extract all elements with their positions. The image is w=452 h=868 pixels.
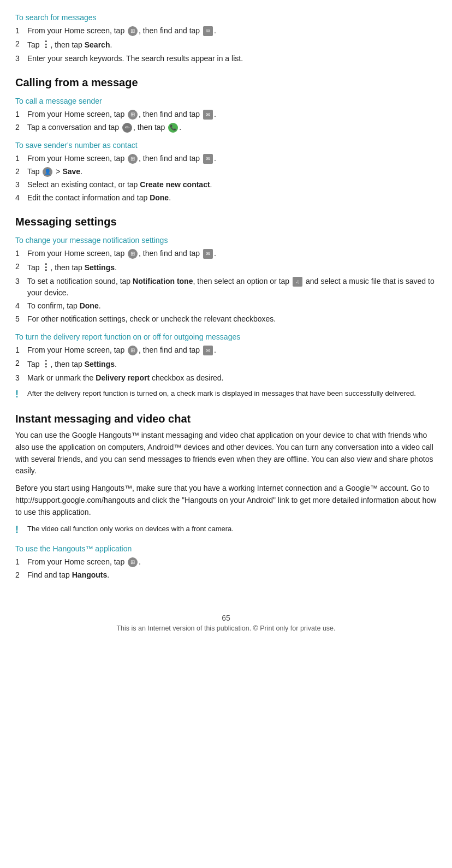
- step-num: 4: [15, 300, 27, 312]
- msg-icon: ✉: [203, 249, 213, 259]
- list-item: 3 To set a notification sound, tap Notif…: [15, 276, 437, 299]
- list-item: 3 Select an existing contact, or tap Cre…: [15, 179, 437, 191]
- grid-icon: ⊞: [128, 26, 138, 36]
- page-number: 65: [15, 614, 437, 622]
- list-item: 5 For other notification settings, check…: [15, 313, 437, 325]
- list-item: 4 Edit the contact information and tap D…: [15, 192, 437, 204]
- music-icon: ♫: [293, 277, 302, 287]
- list-item: 2 Tap ⋮, then tap Settings.: [15, 358, 437, 371]
- msg-icon: ✉: [203, 346, 213, 355]
- step-content: From your Home screen, tap ⊞, then find …: [27, 109, 437, 120]
- notification-settings-heading: To change your message notification sett…: [15, 236, 437, 245]
- step-num: 3: [15, 179, 27, 191]
- step-num: 2: [15, 358, 27, 371]
- hangouts-heading: To use the Hangouts™ application: [15, 544, 437, 553]
- note-icon: !: [15, 524, 23, 536]
- delivery-report-heading: To turn the delivery report function on …: [15, 332, 437, 341]
- step-content: Enter your search keywords. The search r…: [27, 53, 437, 64]
- step-content: Tap ⋮, then tap Search.: [27, 38, 437, 51]
- list-item: 3 Mark or unmark the Delivery report che…: [15, 372, 437, 384]
- save-number-steps: 1 From your Home screen, tap ⊞, then fin…: [15, 153, 437, 204]
- list-item: 2 Tap ⋮, then tap Settings.: [15, 261, 437, 274]
- step-num: 2: [15, 166, 27, 177]
- call-sender-steps: 1 From your Home screen, tap ⊞, then fin…: [15, 109, 437, 133]
- list-item: 1 From your Home screen, tap ⊞, then fin…: [15, 109, 437, 120]
- step-content: Tap ⋮, then tap Settings.: [27, 358, 437, 371]
- step-content: From your Home screen, tap ⊞, then find …: [27, 25, 437, 37]
- list-item: 2 Tap a conversation and tap ✏, then tap…: [15, 122, 437, 133]
- grid-icon: ⊞: [128, 346, 138, 355]
- step-content: For other notification settings, check o…: [27, 313, 437, 325]
- search-heading: To search for messages: [15, 13, 437, 22]
- grid-icon: ⊞: [128, 110, 138, 120]
- list-item: 1 From your Home screen, tap ⊞.: [15, 556, 437, 568]
- step-content: From your Home screen, tap ⊞, then find …: [27, 344, 437, 356]
- msg-icon: ✉: [203, 110, 213, 120]
- grid-icon: ⊞: [128, 557, 138, 567]
- hangouts-steps: 1 From your Home screen, tap ⊞. 2 Find a…: [15, 556, 437, 581]
- instant-messaging-body1: You can use the Google Hangouts™ instant…: [15, 430, 437, 477]
- search-section: To search for messages 1 From your Home …: [15, 13, 437, 64]
- step-num: 1: [15, 153, 27, 164]
- list-item: 1 From your Home screen, tap ⊞, then fin…: [15, 248, 437, 259]
- grid-icon: ⊞: [128, 249, 138, 259]
- step-content: From your Home screen, tap ⊞, then find …: [27, 153, 437, 164]
- pencil-icon: ✏: [122, 123, 132, 133]
- page-footer: 65 This is an Internet version of this p…: [15, 614, 437, 638]
- search-steps-list: 1 From your Home screen, tap ⊞, then fin…: [15, 25, 437, 64]
- video-call-note: ! The video call function only works on …: [15, 524, 437, 536]
- step-num: 4: [15, 192, 27, 204]
- note-text: After the delivery report function is tu…: [27, 388, 416, 399]
- messaging-settings-heading: Messaging settings: [15, 216, 437, 228]
- list-item: 2 Tap 👤 > Save.: [15, 166, 437, 177]
- list-item: 1 From your Home screen, tap ⊞, then fin…: [15, 25, 437, 37]
- grid-icon: ⊞: [128, 154, 138, 164]
- list-item: 2 Find and tap Hangouts.: [15, 569, 437, 581]
- step-content: To set a notification sound, tap Notific…: [27, 276, 437, 299]
- msg-icon: ✉: [203, 154, 213, 164]
- step-num: 2: [15, 569, 27, 581]
- step-content: Mark or unmark the Delivery report check…: [27, 372, 437, 384]
- delivery-steps: 1 From your Home screen, tap ⊞, then fin…: [15, 344, 437, 384]
- call-sender-heading: To call a message sender: [15, 97, 437, 105]
- phone-icon: 📞: [168, 123, 178, 133]
- step-content: Tap a conversation and tap ✏, then tap 📞…: [27, 122, 437, 133]
- step-num: 2: [15, 122, 27, 133]
- step-num: 5: [15, 313, 27, 325]
- step-num: 1: [15, 556, 27, 568]
- save-number-heading: To save sender's number as contact: [15, 141, 437, 150]
- step-content: Tap ⋮, then tap Settings.: [27, 261, 437, 274]
- step-content: Find and tap Hangouts.: [27, 569, 437, 581]
- list-item: 1 From your Home screen, tap ⊞, then fin…: [15, 344, 437, 356]
- messaging-settings-section: Messaging settings To change your messag…: [15, 216, 437, 401]
- step-content: Select an existing contact, or tap Creat…: [27, 179, 437, 191]
- step-num: 1: [15, 344, 27, 356]
- note-text: The video call function only works on de…: [27, 524, 234, 534]
- step-content: Edit the contact information and tap Don…: [27, 192, 437, 204]
- step-content: From your Home screen, tap ⊞.: [27, 556, 437, 568]
- step-num: 2: [15, 38, 27, 51]
- step-num: 1: [15, 25, 27, 37]
- calling-section: Calling from a message To call a message…: [15, 76, 437, 204]
- notification-steps: 1 From your Home screen, tap ⊞, then fin…: [15, 248, 437, 325]
- instant-messaging-body2: Before you start using Hangouts™, make s…: [15, 483, 437, 518]
- step-content: Tap 👤 > Save.: [27, 166, 437, 177]
- delivery-note: ! After the delivery report function is …: [15, 388, 437, 401]
- step-num: 2: [15, 261, 27, 274]
- list-item: 2 Tap ⋮, then tap Search.: [15, 38, 437, 51]
- list-item: 4 To confirm, tap Done.: [15, 300, 437, 312]
- step-content: To confirm, tap Done.: [27, 300, 437, 312]
- list-item: 3 Enter your search keywords. The search…: [15, 53, 437, 64]
- step-num: 3: [15, 276, 27, 299]
- step-num: 3: [15, 372, 27, 384]
- step-num: 3: [15, 53, 27, 64]
- instant-messaging-heading: Instant messaging and video chat: [15, 413, 437, 425]
- person-icon: 👤: [43, 167, 52, 177]
- copyright-text: This is an Internet version of this publ…: [15, 625, 437, 632]
- step-num: 1: [15, 248, 27, 259]
- list-item: 1 From your Home screen, tap ⊞, then fin…: [15, 153, 437, 164]
- instant-messaging-section: Instant messaging and video chat You can…: [15, 413, 437, 580]
- step-num: 1: [15, 109, 27, 120]
- step-content: From your Home screen, tap ⊞, then find …: [27, 248, 437, 259]
- note-icon: !: [15, 388, 23, 401]
